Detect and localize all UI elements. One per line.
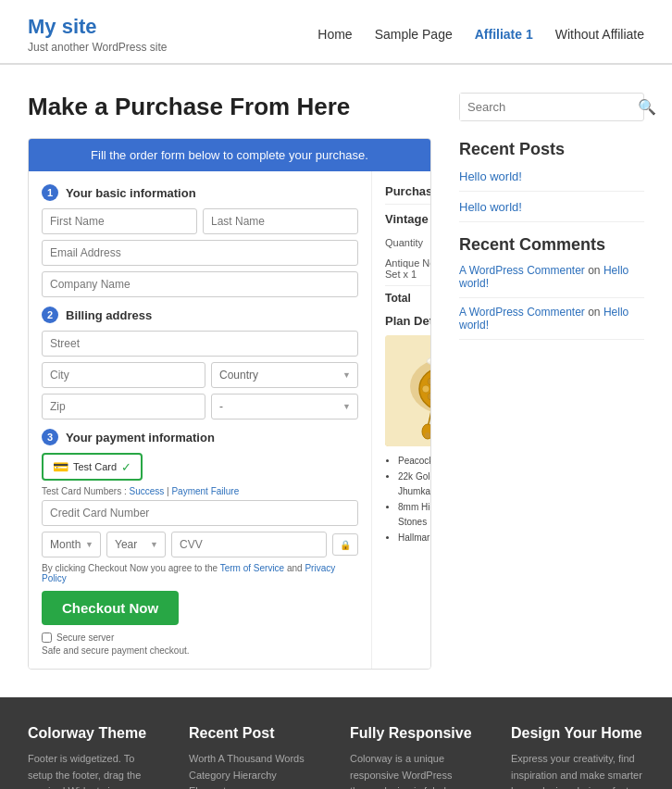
nav-without-affiliate[interactable]: Without Affiliate	[555, 27, 644, 42]
section1-label: Your basic information	[66, 186, 196, 200]
post-link-2[interactable]: Hello world!	[459, 200, 522, 214]
section3-header: 3 Your payment information	[42, 429, 358, 445]
footer-col-1: Colorway Theme Footer is widgetized. To …	[28, 725, 161, 789]
country-wrapper: Country	[211, 362, 358, 388]
section1-num: 1	[42, 184, 58, 201]
footer-col1-title: Colorway Theme	[28, 725, 161, 742]
zip-row: -	[42, 394, 358, 420]
plan-features: Peacock Design Jewelry 22k Gold Antique …	[385, 454, 431, 545]
email-input[interactable]	[42, 240, 358, 266]
feature-1: Peacock Design Jewelry	[398, 454, 431, 469]
secure-checkbox[interactable]	[42, 632, 52, 643]
section2-header: 2 Billing address	[42, 307, 358, 323]
jewelry-image	[385, 335, 431, 446]
post-link-1[interactable]: Hello world!	[459, 169, 522, 183]
country-select[interactable]: Country	[211, 362, 358, 388]
test-card-label: Test Card	[73, 461, 117, 472]
site-tagline: Just another WordPress site	[28, 41, 168, 54]
total-label: Total	[385, 292, 411, 305]
main-nav: Home Sample Page Affiliate 1 Without Aff…	[317, 27, 644, 42]
search-button[interactable]: 🔍	[630, 94, 664, 120]
year-select[interactable]: Year	[106, 532, 166, 557]
item-row: Antique Necklace Set x 1 $360.00	[385, 257, 431, 280]
feature-4: Hallmarked Jewellery	[398, 531, 431, 545]
secure-row: Secure server	[42, 632, 358, 643]
post-item-2: Hello world!	[459, 199, 644, 214]
footer-col3-text: Colorway is a unique responsive WordPres…	[350, 751, 483, 789]
city-country-row: Country	[42, 362, 358, 388]
footer-col1-text: Footer is widgetized. To setup the foote…	[28, 751, 161, 789]
cvv-row: Month Year 🔒	[42, 532, 358, 557]
header: My site Just another WordPress site Home…	[0, 0, 672, 65]
comment-author-1[interactable]: A WordPress Commenter	[459, 264, 585, 277]
post-item-1: Hello world!	[459, 169, 644, 183]
terms-text: By clicking Checkout Now you agree to th…	[42, 563, 358, 583]
terms-link[interactable]: Term of Service	[220, 563, 284, 573]
post-divider-1	[459, 191, 644, 192]
search-input[interactable]	[460, 94, 630, 120]
last-name-input[interactable]	[203, 208, 358, 234]
cvv-input[interactable]	[171, 532, 327, 557]
comment-divider-2	[459, 339, 644, 340]
name-row	[42, 208, 358, 234]
main-content: Make a Purchase From Here Fill the order…	[0, 65, 672, 697]
site-branding: My site Just another WordPress site	[28, 15, 168, 54]
card-number-row	[42, 500, 358, 526]
form-header: Fill the order form below to complete yo…	[29, 139, 430, 171]
feature-2: 22k Gold Antique Kemp Jhumka	[398, 470, 431, 499]
test-card-btn[interactable]: 💳 Test Card ✓	[42, 453, 143, 481]
month-wrapper: Month	[42, 532, 101, 557]
section3-num: 3	[42, 429, 58, 445]
quantity-label: Quantity	[385, 237, 423, 248]
company-row	[42, 271, 358, 297]
footer-col-3: Fully Responsive Colorway is a unique re…	[350, 725, 483, 789]
comment-item-1: A WordPress Commenter on Hello world!	[459, 264, 644, 290]
search-box: 🔍	[459, 93, 644, 121]
form-body: 1 Your basic information	[29, 171, 430, 669]
test-card-info: Test Card Numbers : Success | Payment Fa…	[42, 486, 358, 496]
quantity-row: Quantity	[385, 233, 431, 252]
company-input[interactable]	[42, 271, 358, 297]
footer-col2-text: Worth A Thousand Words Category Hierarch…	[189, 751, 322, 789]
city-input[interactable]	[42, 362, 205, 388]
form-fields-left: 1 Your basic information	[29, 171, 372, 669]
footer-col3-title: Fully Responsive	[350, 725, 483, 742]
card-number-input[interactable]	[42, 500, 358, 526]
success-link[interactable]: Success	[129, 486, 164, 496]
section3-label: Your payment information	[66, 431, 215, 445]
footer-main: Colorway Theme Footer is widgetized. To …	[0, 697, 672, 789]
cvv-icon: 🔒	[332, 533, 358, 556]
street-row	[42, 331, 358, 357]
checkout-button[interactable]: Checkout Now	[42, 591, 179, 625]
email-row	[42, 240, 358, 266]
dash-wrapper: -	[211, 394, 358, 420]
month-select[interactable]: Month	[42, 532, 101, 557]
post-divider-2	[459, 221, 644, 222]
state-select[interactable]: -	[211, 394, 358, 420]
footer-col2-title: Recent Post	[189, 725, 322, 742]
purchase-details: Purchase Details Vintage Jewelry Quantit…	[372, 171, 431, 669]
nav-sample-page[interactable]: Sample Page	[375, 27, 453, 42]
failure-link[interactable]: Payment Failure	[171, 486, 239, 496]
left-column: Make a Purchase From Here Fill the order…	[28, 93, 431, 670]
footer-col4-text: Express your creativity, find inspiratio…	[511, 751, 644, 789]
svg-point-18	[425, 432, 430, 438]
zip-input[interactable]	[42, 394, 205, 420]
site-title: My site	[28, 15, 168, 39]
recent-posts-title: Recent Posts	[459, 140, 644, 159]
sidebar: 🔍 Recent Posts Hello world! Hello world!…	[459, 93, 644, 670]
credit-card-icon: 💳	[53, 459, 68, 474]
safe-text: Safe and secure payment checkout.	[42, 645, 358, 656]
nav-home[interactable]: Home	[317, 27, 352, 42]
nav-affiliate1[interactable]: Affiliate 1	[475, 27, 533, 42]
year-wrapper: Year	[106, 532, 166, 557]
recent-comments-title: Recent Comments	[459, 235, 644, 255]
first-name-input[interactable]	[42, 208, 197, 234]
comment-author-2[interactable]: A WordPress Commenter	[459, 306, 585, 319]
feature-3: 8mm High Quality Zircon Stones	[398, 500, 431, 530]
footer-col4-title: Design Your Home	[511, 725, 644, 742]
purchase-details-title: Purchase Details	[385, 184, 431, 205]
section2-num: 2	[42, 307, 58, 323]
street-input[interactable]	[42, 331, 358, 357]
item-label: Antique Necklace Set x 1	[385, 257, 431, 280]
